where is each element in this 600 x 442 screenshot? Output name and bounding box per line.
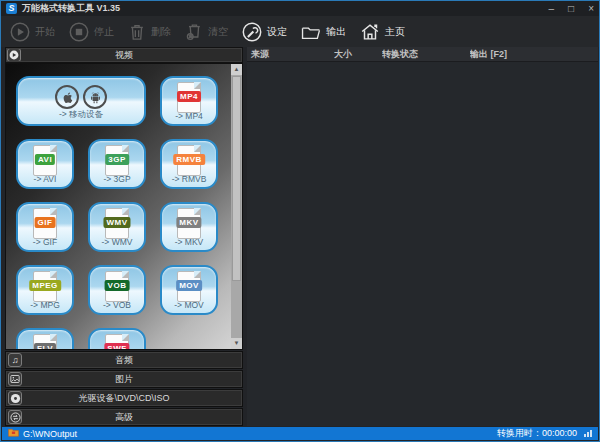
- title-bar: S 万能格式转换工具 V1.35 – □ ×: [1, 1, 599, 16]
- start-label: 开始: [35, 25, 55, 39]
- elapsed-time: 转换用时：00:00:00: [497, 427, 577, 440]
- format-tile-vob[interactable]: VOB -> VOB: [88, 265, 146, 315]
- format-badge: WMV: [103, 217, 130, 228]
- format-badge: GIF: [35, 217, 56, 228]
- folder-icon: [300, 22, 322, 42]
- section-label: 高级: [22, 411, 242, 424]
- scroll-up-icon[interactable]: ▲: [231, 64, 242, 75]
- format-tile-mov[interactable]: MOV -> MOV: [160, 265, 218, 315]
- clear-button[interactable]: 清空: [184, 22, 228, 42]
- home-button[interactable]: 主页: [359, 21, 405, 43]
- format-tile-swf[interactable]: SWF: [88, 328, 146, 350]
- section-label: 光驱设备\DVD\CD\ISO: [22, 392, 242, 405]
- close-button[interactable]: ×: [588, 4, 594, 14]
- image-icon: [8, 372, 22, 386]
- stop-button[interactable]: 停止: [68, 21, 114, 43]
- format-tile-mpeg[interactable]: MPEG -> MPG: [16, 265, 74, 315]
- section-label: 音频: [22, 354, 242, 367]
- section-bar-audio[interactable]: ♫ 音频: [5, 351, 243, 369]
- sidebar: 视频 -> 移动设备: [5, 47, 243, 426]
- music-note-icon: ♫: [8, 353, 22, 367]
- column-header-output[interactable]: 输出 [F2]: [470, 48, 598, 61]
- play-icon: [7, 48, 21, 62]
- format-tile-gif[interactable]: GIF -> GIF: [16, 202, 74, 252]
- format-badge: RMVB: [173, 154, 205, 165]
- format-tile-3gp[interactable]: 3GP -> 3GP: [88, 139, 146, 189]
- format-tile-mobile-devices[interactable]: -> 移动设备: [16, 76, 146, 126]
- status-bar: G:\WNOutput 转换用时：00:00:00: [2, 427, 598, 440]
- tile-label: -> AVI: [18, 174, 72, 184]
- delete-label: 删除: [151, 25, 171, 39]
- minimize-button[interactable]: –: [549, 4, 555, 14]
- android-icon: [83, 85, 107, 109]
- section-label: 图片: [22, 373, 242, 386]
- format-tile-wmv[interactable]: WMV -> WMV: [88, 202, 146, 252]
- tile-label: -> MP4: [162, 111, 216, 121]
- toolbar: 开始 停止 删除 清空 设定: [1, 16, 599, 47]
- stop-circle-icon: [68, 21, 90, 43]
- maximize-button[interactable]: □: [568, 4, 574, 14]
- tile-label: -> WMV: [90, 237, 144, 247]
- app-logo-icon: S: [6, 3, 17, 14]
- wrench-icon: [241, 21, 263, 43]
- scrollbar-thumb[interactable]: [232, 76, 241, 281]
- apple-icon: [55, 85, 79, 109]
- trash-clear-icon: [184, 22, 204, 42]
- tile-label: -> 移动设备: [18, 109, 144, 121]
- format-badge: MPEG: [29, 280, 61, 291]
- format-badge: 3GP: [105, 154, 129, 165]
- scroll-down-icon[interactable]: ▼: [231, 338, 242, 349]
- tile-label: -> 3GP: [90, 174, 144, 184]
- column-header-status[interactable]: 转换状态: [382, 48, 470, 61]
- section-header-video[interactable]: 视频: [5, 47, 243, 63]
- task-list-panel: 来源 大小 转换状态 输出 [F2]: [247, 47, 598, 426]
- column-header-size[interactable]: 大小: [334, 48, 382, 61]
- start-button[interactable]: 开始: [9, 21, 55, 43]
- play-circle-icon: [9, 21, 31, 43]
- settings-button[interactable]: 设定: [241, 21, 287, 43]
- format-badge: MP4: [177, 91, 201, 102]
- output-button[interactable]: 输出: [300, 22, 346, 42]
- format-tile-avi[interactable]: AVI -> AVI: [16, 139, 74, 189]
- trash-icon: [127, 22, 147, 42]
- tile-label: -> MPG: [18, 300, 72, 310]
- app-window: S 万能格式转换工具 V1.35 – □ × 开始 停止 删除: [0, 0, 600, 442]
- format-badge: AVI: [35, 154, 55, 165]
- tile-label: -> RMVB: [162, 174, 216, 184]
- home-icon: [359, 21, 381, 43]
- video-formats-panel: -> 移动设备 MP4 -> MP4 AVI -> AVI: [5, 63, 243, 350]
- disc-icon: [8, 391, 22, 405]
- swap-arrows-icon: [8, 410, 22, 424]
- column-header-source[interactable]: 来源: [247, 48, 334, 61]
- section-bar-image[interactable]: 图片: [5, 370, 243, 388]
- tile-label: -> MOV: [162, 300, 216, 310]
- signal-bars-icon: [584, 430, 592, 437]
- clear-label: 清空: [208, 25, 228, 39]
- format-tile-flv[interactable]: FLV: [16, 328, 74, 350]
- format-badge: FLV: [34, 343, 56, 350]
- window-title: 万能格式转换工具 V1.35: [22, 2, 120, 15]
- output-folder-icon: [8, 428, 19, 439]
- format-tile-mkv[interactable]: MKV -> MKV: [160, 202, 218, 252]
- section-bar-advanced[interactable]: 高级: [5, 408, 243, 426]
- format-badge: SWF: [104, 343, 129, 350]
- tile-label: -> VOB: [90, 300, 144, 310]
- settings-label: 设定: [267, 25, 287, 39]
- task-table-body[interactable]: [247, 62, 598, 426]
- vertical-scrollbar[interactable]: ▲ ▼: [231, 64, 242, 349]
- stop-label: 停止: [94, 25, 114, 39]
- output-path: G:\WNOutput: [23, 429, 77, 439]
- format-tile-mp4[interactable]: MP4 -> MP4: [160, 76, 218, 126]
- tile-label: -> MKV: [162, 237, 216, 247]
- tile-label: -> GIF: [18, 237, 72, 247]
- output-label: 输出: [326, 25, 346, 39]
- section-label-video: 视频: [21, 49, 242, 62]
- format-badge: MKV: [176, 217, 201, 228]
- section-bar-disc[interactable]: 光驱设备\DVD\CD\ISO: [5, 389, 243, 407]
- table-header: 来源 大小 转换状态 输出 [F2]: [247, 47, 598, 62]
- format-badge: MOV: [176, 280, 202, 291]
- home-label: 主页: [385, 25, 405, 39]
- delete-button[interactable]: 删除: [127, 22, 171, 42]
- format-tile-rmvb[interactable]: RMVB -> RMVB: [160, 139, 218, 189]
- format-badge: VOB: [105, 280, 130, 291]
